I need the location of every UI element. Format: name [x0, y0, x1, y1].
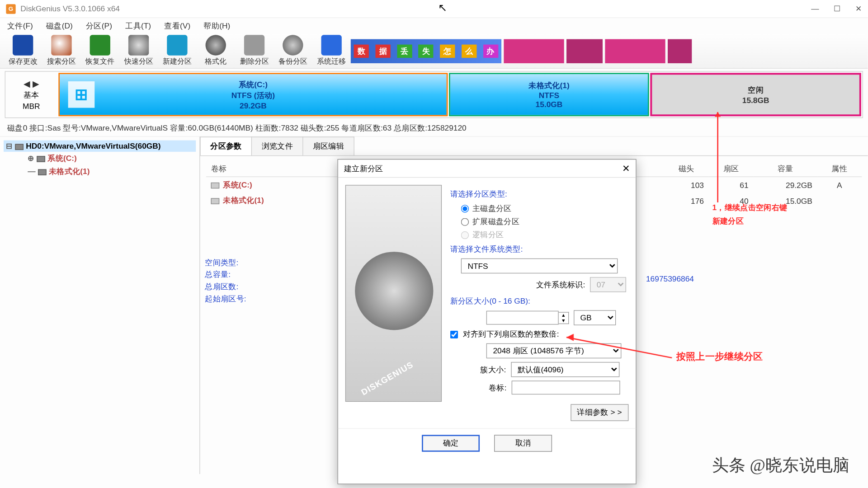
- tool-backup[interactable]: 备份分区: [274, 35, 312, 67]
- partition-free[interactable]: 空闲 15.8GB: [650, 73, 861, 116]
- tool-recover[interactable]: 恢复文件: [81, 35, 119, 67]
- nav-arrows-icon[interactable]: ◀ ▶: [24, 79, 39, 88]
- toolbar: 保存更改 搜索分区 恢复文件 快速分区 新建分区 格式化 删除分区 备份分区 系…: [0, 34, 868, 69]
- radio-logical: 逻辑分区: [461, 230, 629, 240]
- tool-format[interactable]: 格式化: [197, 35, 235, 67]
- arrow-2-icon: [566, 333, 675, 365]
- dialog-close-button[interactable]: ✕: [622, 163, 630, 174]
- partition-system[interactable]: ⊞ 系统(C:) NTFS (活动) 29.2GB: [58, 73, 448, 116]
- tab-browse-files[interactable]: 浏览文件: [251, 137, 303, 155]
- tool-quickpart[interactable]: 快速分区: [119, 35, 158, 67]
- tree-system[interactable]: ⊕系统(C:): [25, 152, 196, 165]
- annotation-step1: 1，继续点击空闲右键 新建分区: [712, 201, 788, 228]
- spin-down-icon[interactable]: ▼: [559, 318, 568, 323]
- menu-tools[interactable]: 工具(T): [125, 20, 151, 31]
- close-button[interactable]: ✕: [855, 4, 862, 13]
- advanced-button[interactable]: 详细参数 > >: [571, 404, 629, 421]
- label-select-fs: 请选择文件系统类型:: [450, 244, 629, 255]
- space-info: 空间类型: 总容量: 总扇区数: 起始扇区号:: [205, 257, 246, 305]
- tool-delete[interactable]: 删除分区: [235, 35, 274, 67]
- dialog-image: DISKGENIUS: [345, 185, 442, 402]
- disk-map: ◀ ▶ 基本 MBR ⊞ 系统(C:) NTFS (活动) 29.2GB 未格式…: [5, 71, 863, 118]
- svg-marker-1: [715, 112, 721, 117]
- dialog-title: 建立新分区: [344, 163, 622, 174]
- disk-icon: [15, 144, 24, 150]
- disk-info-line: 磁盘0 接口:Sas 型号:VMware,VMwareVirtualS 容量:6…: [0, 121, 868, 137]
- select-filesystem[interactable]: NTFS: [461, 258, 618, 273]
- sector-count: 16975396864: [646, 274, 694, 283]
- tab-sector-edit[interactable]: 扇区编辑: [302, 137, 354, 155]
- annotation-step2: 按照上一步继续分区: [676, 351, 763, 363]
- disk-tree: ⊟HD0:VMware,VMwareVirtualS(60GB) ⊕系统(C:)…: [0, 137, 200, 474]
- label-size: 新分区大小(0 - 16 GB):: [450, 296, 629, 307]
- svg-line-2: [566, 337, 672, 357]
- tool-save[interactable]: 保存更改: [4, 35, 42, 67]
- create-partition-dialog: 建立新分区 ✕ DISKGENIUS 请选择分区类型: 主磁盘分区 扩展磁盘分区…: [337, 159, 636, 484]
- volume-icon: [38, 169, 47, 175]
- ok-button[interactable]: 确定: [422, 435, 480, 451]
- menu-partition[interactable]: 分区(P): [86, 20, 112, 31]
- tree-root[interactable]: ⊟HD0:VMware,VMwareVirtualS(60GB): [4, 141, 196, 152]
- size-input[interactable]: [486, 311, 559, 325]
- disk-map-header: ◀ ▶ 基本 MBR: [5, 72, 57, 117]
- watermark: 头条 @晓东说电脑: [712, 454, 850, 477]
- menu-view[interactable]: 查看(V): [164, 20, 190, 31]
- label-fsid: 文件系统标识:: [536, 279, 585, 290]
- label-cluster: 簇大小:: [480, 364, 506, 375]
- partition-unformatted[interactable]: 未格式化(1) NTFS 15.0GB: [449, 73, 649, 116]
- tab-partition-params[interactable]: 分区参数: [200, 137, 252, 155]
- title-bar: G DiskGenius V5.3.0.1066 x64 — ☐ ✕: [0, 0, 868, 18]
- menu-bar: 文件(F) 磁盘(D) 分区(P) 工具(T) 查看(V) 帮助(H): [0, 18, 868, 34]
- select-fsid: 07: [590, 277, 626, 292]
- app-logo-icon: G: [6, 4, 15, 14]
- input-volume-label[interactable]: [511, 380, 620, 394]
- tool-search[interactable]: 搜索分区: [42, 35, 80, 67]
- label-volume: 卷标:: [489, 382, 506, 393]
- tool-migrate[interactable]: 系统迁移: [312, 35, 350, 67]
- volume-icon: [211, 182, 220, 188]
- svg-marker-3: [566, 333, 574, 341]
- ad-banner: 数据 丢失 怎么 办: [351, 34, 694, 68]
- minimize-button[interactable]: —: [811, 4, 819, 13]
- spin-up-icon[interactable]: ▲: [559, 312, 568, 318]
- arrow-1-icon: [715, 112, 721, 204]
- maximize-button[interactable]: ☐: [834, 4, 841, 13]
- volume-icon: [37, 156, 45, 162]
- label-select-type: 请选择分区类型:: [450, 188, 629, 199]
- menu-disk[interactable]: 磁盘(D): [46, 20, 73, 31]
- size-input-group: ▲▼: [486, 311, 569, 325]
- window-title: DiskGenius V5.3.0.1066 x64: [20, 4, 811, 13]
- volume-icon: [211, 198, 220, 204]
- radio-primary[interactable]: 主磁盘分区: [461, 203, 629, 214]
- radio-extended[interactable]: 扩展磁盘分区: [461, 216, 629, 227]
- cancel-button[interactable]: 取消: [494, 435, 552, 451]
- menu-file[interactable]: 文件(F): [7, 20, 33, 31]
- menu-help[interactable]: 帮助(H): [203, 20, 230, 31]
- tree-unformatted[interactable]: —未格式化(1): [25, 165, 196, 178]
- tool-newpart[interactable]: 新建分区: [158, 35, 196, 67]
- select-unit[interactable]: GB: [574, 310, 616, 325]
- mouse-cursor: ↖: [438, 1, 447, 14]
- windows-icon: ⊞: [68, 81, 95, 108]
